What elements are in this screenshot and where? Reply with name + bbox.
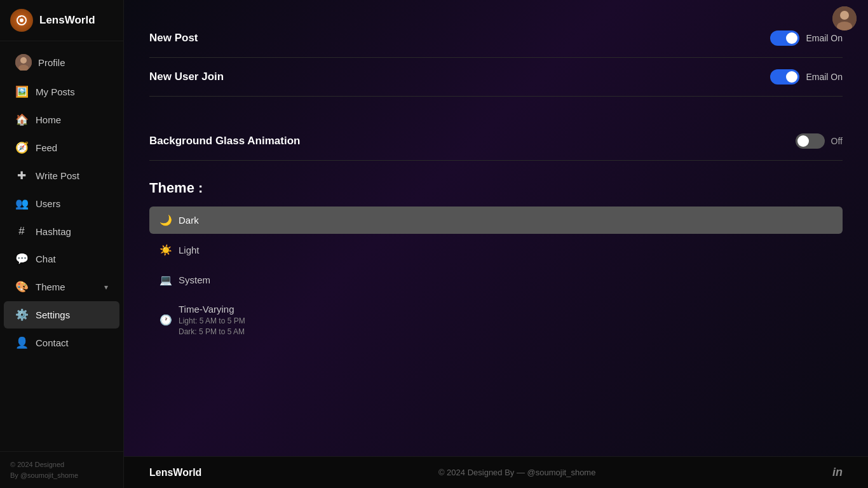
write-post-icon: ✚ xyxy=(15,169,28,182)
time-varying-sub2: Dark: 5 PM to 5 AM xyxy=(179,327,245,336)
sidebar-item-home[interactable]: 🏠 Home xyxy=(4,106,119,133)
settings-icon: ⚙️ xyxy=(15,308,28,322)
sidebar-item-label-home: Home xyxy=(36,114,61,125)
theme-option-system-label: System xyxy=(179,274,210,285)
users-icon: 👥 xyxy=(15,197,28,210)
bg-animation-toggle-label: Off xyxy=(831,136,843,146)
new-user-join-controls: Email On xyxy=(770,69,843,85)
settings-panel: New Post Email On New User Join Email On xyxy=(124,0,868,456)
sidebar-item-feed[interactable]: 🧭 Feed xyxy=(4,134,119,161)
home-icon: 🏠 xyxy=(15,113,28,126)
new-user-join-setting-row: New User Join Email On xyxy=(149,58,843,97)
sidebar-nav: Profile 🖼️ My Posts 🏠 Home 🧭 Feed ✚ Writ… xyxy=(0,41,123,451)
contact-icon: 👤 xyxy=(15,336,28,349)
footer-line1: © 2024 Designed xyxy=(10,459,113,470)
app-name: LensWorld xyxy=(39,14,95,27)
svg-rect-6 xyxy=(18,16,21,17)
theme-option-light[interactable]: ☀️ Light xyxy=(149,236,843,264)
theme-option-light-label: Light xyxy=(179,245,200,255)
dark-theme-icon: 🌙 xyxy=(159,214,172,226)
theme-option-dark[interactable]: 🌙 Dark xyxy=(149,207,843,234)
sidebar-item-settings[interactable]: ⚙️ Settings xyxy=(4,301,119,329)
sidebar-item-label-chat: Chat xyxy=(36,254,56,264)
sidebar-item-label-hashtag: Hashtag xyxy=(36,226,71,237)
sidebar-item-label-settings: Settings xyxy=(36,309,70,320)
theme-option-time-varying[interactable]: 🕐 Time-Varying Light: 5 AM to 5 PM Dark:… xyxy=(149,296,843,344)
sidebar-item-label-feed: Feed xyxy=(36,142,57,153)
theme-option-time-varying-label: Time-Varying xyxy=(179,304,245,315)
hashtag-icon: # xyxy=(15,225,28,238)
theme-icon: 🎨 xyxy=(15,280,28,294)
feed-icon: 🧭 xyxy=(15,141,28,154)
sidebar-item-label-write-post: Write Post xyxy=(36,170,79,181)
sidebar-footer: © 2024 Designed By @soumojit_shome xyxy=(0,451,123,488)
sidebar-item-label-contact: Contact xyxy=(36,337,69,348)
bg-animation-label: Background Glass Animation xyxy=(149,135,300,147)
bg-animation-controls: Off xyxy=(796,133,843,149)
theme-option-system[interactable]: 💻 System xyxy=(149,266,843,294)
new-user-join-label: New User Join xyxy=(149,71,224,83)
main-footer: LensWorld © 2024 Designed By — @soumojit… xyxy=(124,456,868,488)
time-varying-content: Time-Varying Light: 5 AM to 5 PM Dark: 5… xyxy=(179,304,245,336)
new-post-setting-row: New Post Email On xyxy=(149,19,843,58)
linkedin-icon[interactable]: in xyxy=(832,466,843,479)
new-user-join-toggle-label: Email On xyxy=(806,72,843,82)
profile-avatar-icon xyxy=(15,54,32,71)
footer-line2: By @soumojit_shome xyxy=(10,470,113,481)
system-theme-icon: 💻 xyxy=(159,274,172,286)
sidebar-logo[interactable]: LensWorld xyxy=(0,0,123,41)
sidebar-item-my-posts[interactable]: 🖼️ My Posts xyxy=(4,78,119,105)
light-theme-icon: ☀️ xyxy=(159,244,172,256)
sidebar-item-label-profile: Profile xyxy=(38,57,65,68)
bg-animation-toggle[interactable] xyxy=(796,133,825,149)
top-right-avatar[interactable] xyxy=(832,6,857,30)
new-user-join-toggle[interactable] xyxy=(770,69,799,85)
new-post-toggle-label: Email On xyxy=(806,33,843,43)
sidebar-item-label-my-posts: My Posts xyxy=(36,86,75,97)
sidebar-item-chat[interactable]: 💬 Chat xyxy=(4,245,119,273)
new-post-toggle[interactable] xyxy=(770,30,799,46)
theme-section: Theme : 🌙 Dark ☀️ Light 💻 System 🕐 Time-… xyxy=(149,180,843,344)
sidebar-item-hashtag[interactable]: # Hashtag xyxy=(4,218,119,245)
svg-point-1 xyxy=(840,11,849,20)
my-posts-icon: 🖼️ xyxy=(15,85,28,98)
main-content-area: New Post Email On New User Join Email On xyxy=(124,0,868,488)
sidebar-item-users[interactable]: 👥 Users xyxy=(4,190,119,217)
sidebar: LensWorld Profile 🖼️ My Posts 🏠 Home 🧭 F… xyxy=(0,0,124,488)
new-post-label: New Post xyxy=(149,32,198,44)
theme-option-dark-label: Dark xyxy=(179,215,199,226)
sidebar-item-theme[interactable]: 🎨 Theme ▾ xyxy=(4,273,119,301)
svg-point-5 xyxy=(20,18,24,22)
footer-brand: LensWorld xyxy=(149,467,201,478)
chevron-down-icon: ▾ xyxy=(104,283,108,292)
sidebar-item-write-post[interactable]: ✚ Write Post xyxy=(4,162,119,189)
svg-point-8 xyxy=(20,57,27,64)
time-varying-theme-icon: 🕐 xyxy=(159,314,172,326)
sidebar-item-label-theme: Theme xyxy=(36,281,65,292)
app-logo-icon xyxy=(10,9,33,32)
time-varying-sub1: Light: 5 AM to 5 PM xyxy=(179,316,245,325)
theme-title: Theme : xyxy=(149,180,843,196)
chat-icon: 💬 xyxy=(15,252,28,266)
sidebar-item-contact[interactable]: 👤 Contact xyxy=(4,329,119,356)
footer-copy: © 2024 Designed By — @soumojit_shome xyxy=(438,468,596,477)
sidebar-item-label-users: Users xyxy=(36,198,60,209)
new-post-controls: Email On xyxy=(770,30,843,46)
bg-animation-setting-row: Background Glass Animation Off xyxy=(149,122,843,161)
sidebar-item-profile[interactable]: Profile xyxy=(4,47,119,78)
